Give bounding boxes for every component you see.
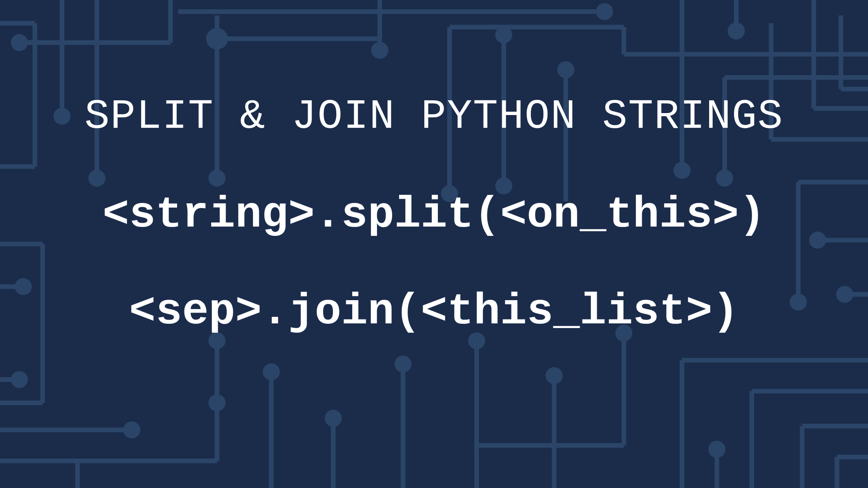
svg-point-55 (208, 394, 226, 411)
svg-point-15 (206, 28, 228, 50)
svg-point-14 (208, 170, 226, 187)
slide-title: SPLIT & JOIN PYTHON STRINGS (0, 93, 868, 140)
code-line-join: <sep>.join(<this_list>) (0, 287, 868, 337)
svg-point-49 (11, 371, 28, 388)
svg-point-12 (88, 170, 105, 187)
svg-point-62 (394, 356, 412, 373)
code-line-split: <string>.split(<on_this>) (0, 190, 868, 240)
circuit-decoration (0, 0, 868, 488)
svg-point-60 (325, 410, 342, 427)
svg-point-32 (728, 22, 745, 40)
slide: SPLIT & JOIN PYTHON STRINGS <string>.spl… (0, 0, 868, 488)
svg-point-2 (596, 3, 613, 20)
svg-point-28 (557, 61, 574, 78)
svg-point-51 (123, 421, 140, 438)
svg-point-25 (495, 26, 512, 43)
svg-point-58 (263, 363, 280, 380)
svg-point-41 (716, 170, 733, 187)
svg-point-30 (673, 162, 691, 179)
svg-point-78 (708, 441, 725, 458)
svg-point-67 (546, 367, 563, 384)
svg-point-5 (11, 34, 28, 51)
svg-point-18 (371, 42, 388, 59)
